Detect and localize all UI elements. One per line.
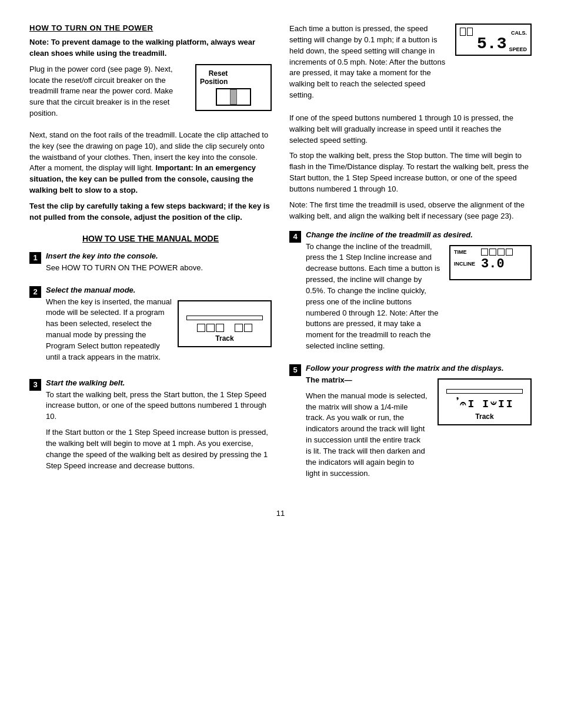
matrix-seg-row: 𝄒 𝄐 I I 𝄑 I I — [456, 398, 512, 410]
reset-position-row: Plug in the power cord (see page 9). Nex… — [29, 64, 272, 124]
reset-position-box: ResetPosition — [195, 64, 272, 111]
incline-label: INCLINE — [454, 261, 477, 267]
step3-title: Start the walking belt. — [46, 378, 272, 387]
incline-display-wrapper: TIME INCLINE — [449, 241, 532, 284]
step2-title: Select the manual mode. — [46, 286, 272, 294]
track-dot — [197, 324, 205, 332]
track-dot — [235, 324, 243, 332]
step5-subtitle: The matrix— — [306, 375, 428, 386]
time-seg — [481, 249, 488, 256]
track-display: Track — [178, 297, 272, 351]
step2-content: Select the manual mode. When the key is … — [46, 286, 272, 371]
step5-title: Follow your progress with the matrix and… — [306, 364, 532, 373]
step5-text: The matrix— When the manual mode is sele… — [306, 375, 428, 484]
step4: 4 Change the incline of the treadmill as… — [289, 230, 532, 357]
incline-with-text: To change the incline of the treadmill, … — [306, 241, 532, 357]
step4-number: 4 — [289, 231, 301, 243]
incline-display: TIME INCLINE — [449, 245, 532, 280]
step3-body2: If the Start button or the 1 Step Speed … — [46, 427, 272, 471]
track-dot-group2 — [235, 324, 252, 332]
step4-title: Change the incline of the treadmill as d… — [306, 230, 532, 239]
step5-body: When the manual mode is selected, the ma… — [306, 391, 428, 479]
para1-pre: Plug in the power cord (see page 9). Nex… — [29, 64, 188, 119]
speed-display-wrapper: CALS. 5.3 SPEED — [455, 24, 532, 62]
incline-row: INCLINE 3.0 — [454, 257, 527, 271]
seg-ind — [460, 28, 466, 36]
time-seg — [489, 249, 496, 256]
step4-body: To change the incline of the treadmill, … — [306, 241, 443, 352]
matrix-seg1: 𝄒 — [456, 398, 458, 410]
track-bar — [186, 316, 263, 320]
track-label2: Track — [475, 412, 493, 421]
track-dots-row — [197, 324, 252, 332]
step5-number: 5 — [289, 364, 301, 376]
reset-label: ResetPosition — [200, 69, 228, 86]
reset-switch-icon — [216, 88, 251, 106]
step3: 3 Start the walking belt. To start the w… — [29, 378, 272, 477]
para2-end: Test the clip by carefully taking a few … — [29, 201, 272, 223]
speed-display: CALS. 5.3 SPEED — [455, 24, 532, 56]
time-segs — [481, 249, 513, 256]
track-dot — [216, 324, 224, 332]
matrix-top-bar — [446, 389, 523, 394]
page-container: HOW TO TURN ON THE POWER Note: To preven… — [29, 24, 532, 518]
step3-body1: To start the walking belt, press the Sta… — [46, 390, 272, 423]
matrix-display-wrapper: 𝄒 𝄐 I I 𝄑 I I Track — [438, 375, 532, 429]
step1-title: Insert the key into the console. — [46, 251, 272, 260]
matrix-seg2: 𝄐 — [460, 398, 466, 410]
step3-content: Start the walking belt. To start the wal… — [46, 378, 272, 477]
para-r1: Each time a button is pressed, the speed… — [289, 24, 448, 101]
incline-number: 3.0 — [481, 257, 505, 271]
step1-body: See HOW TO TURN ON THE POWER above. — [46, 263, 272, 274]
track-label: Track — [215, 334, 233, 343]
track-dot — [206, 324, 215, 332]
step4-content: Change the incline of the treadmill as d… — [306, 230, 532, 357]
para-r3: To stop the walking belt, press the Stop… — [289, 150, 532, 194]
page-number: 11 — [29, 509, 532, 518]
matrix-seg5: 𝄑 — [490, 398, 496, 410]
time-label: TIME — [454, 249, 477, 255]
matrix-display: 𝄒 𝄐 I I 𝄑 I I Track — [438, 378, 532, 425]
para-r2: If one of the speed buttons numbered 1 t… — [289, 113, 532, 146]
note-bold: Note: To prevent damage to the walking p… — [29, 37, 272, 59]
step5-content: Follow your progress with the matrix and… — [306, 364, 532, 484]
para-r4: Note: The first time the treadmill is us… — [289, 200, 532, 222]
track-dot-group1 — [197, 324, 224, 332]
speed-label: SPEED — [509, 46, 527, 52]
right-top-text: Each time a button is pressed, the speed… — [289, 24, 448, 106]
time-row: TIME — [454, 249, 527, 256]
step1-number: 1 — [29, 252, 41, 264]
manual-section-title: HOW TO USE THE MANUAL MODE — [29, 234, 272, 243]
step3-number: 3 — [29, 379, 41, 391]
step2-number: 2 — [29, 286, 41, 298]
speed-seg-indicators — [460, 28, 473, 36]
right-top: Each time a button is pressed, the speed… — [289, 24, 532, 106]
step2-body: When the key is inserted, the manual mod… — [46, 297, 172, 363]
left-column: HOW TO TURN ON THE POWER Note: To preven… — [29, 24, 272, 491]
step2: 2 Select the manual mode. When the key i… — [29, 286, 272, 371]
seg-ind — [467, 28, 473, 36]
speed-number: 5.3 — [477, 36, 506, 52]
step5-with-img: The matrix— When the manual mode is sele… — [306, 375, 532, 484]
para2-main: Next, stand on the foot rails of the tre… — [29, 130, 272, 196]
time-seg — [506, 249, 513, 256]
track-dot — [244, 324, 252, 332]
step1-content: Insert the key into the console. See HOW… — [46, 251, 272, 279]
reset-pos-text: Plug in the power cord (see page 9). Nex… — [29, 64, 188, 124]
step5: 5 Follow your progress with the matrix a… — [289, 364, 532, 484]
matrix-seg3: I — [468, 398, 474, 410]
matrix-seg4: I — [482, 398, 489, 410]
matrix-seg7: I — [506, 398, 513, 410]
step2-with-img: When the key is inserted, the manual mod… — [46, 297, 272, 368]
two-column-layout: HOW TO TURN ON THE POWER Note: To preven… — [29, 24, 532, 491]
time-seg — [497, 249, 505, 256]
right-column: Each time a button is pressed, the speed… — [289, 24, 532, 491]
section1-title: HOW TO TURN ON THE POWER — [29, 24, 272, 32]
step1: 1 Insert the key into the console. See H… — [29, 251, 272, 279]
matrix-seg6: I — [498, 398, 505, 410]
cals-label: CALS. — [511, 30, 527, 36]
